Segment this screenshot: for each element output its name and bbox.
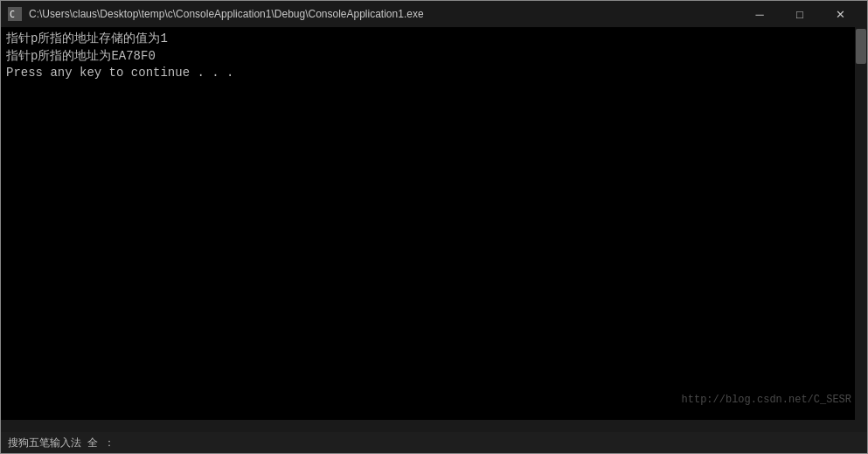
minimize-button[interactable]: ─ — [740, 1, 780, 27]
app-icon: C — [8, 7, 22, 21]
close-button[interactable]: ✕ — [820, 1, 860, 27]
maximize-button[interactable]: □ — [780, 1, 820, 27]
console-output: 指针p所指的地址存储的值为1 指针p所指的地址为EA78F0 Press any… — [1, 27, 867, 432]
title-bar: C C:\Users\claus\Desktop\temp\c\ConsoleA… — [1, 1, 867, 27]
console-line-2: 指针p所指的地址为EA78F0 — [6, 48, 862, 66]
scrollbar-thumb[interactable] — [856, 29, 866, 64]
console-line-3: Press any key to continue . . . — [6, 65, 862, 82]
console-line-1: 指针p所指的地址存储的值为1 — [6, 31, 862, 48]
svg-text:C: C — [10, 10, 15, 19]
taskbar: 搜狗五笔输入法 全 ： — [1, 432, 867, 453]
console-window: C C:\Users\claus\Desktop\temp\c\ConsoleA… — [0, 0, 868, 454]
window-title: C:\Users\claus\Desktop\temp\c\ConsoleApp… — [29, 8, 740, 20]
window-controls: ─ □ ✕ — [740, 1, 860, 27]
horizontal-scrollbar[interactable] — [1, 420, 855, 432]
taskbar-left: 搜狗五笔输入法 全 ： — [8, 436, 115, 451]
ime-label: 搜狗五笔输入法 全 ： — [8, 436, 115, 451]
vertical-scrollbar[interactable] — [855, 27, 867, 432]
watermark-text: http://blog.csdn.net/C_SESR — [682, 394, 851, 406]
